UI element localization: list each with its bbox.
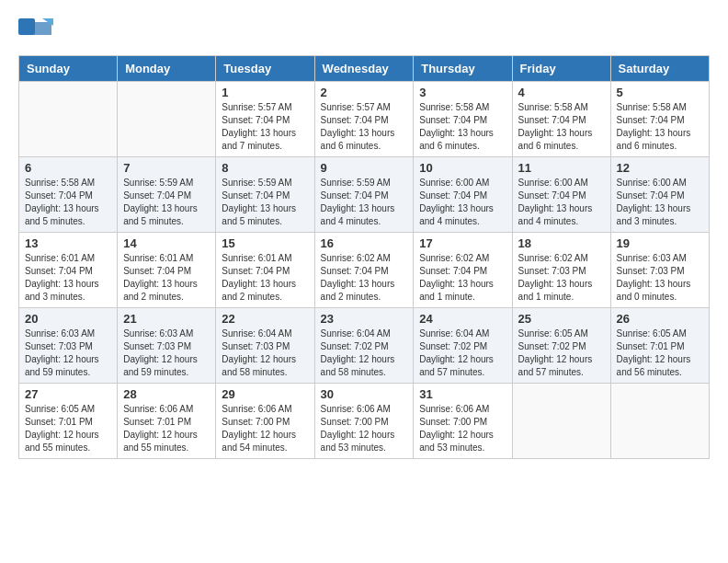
day-info: Sunrise: 5:58 AM Sunset: 7:04 PM Dayligh…: [617, 101, 703, 153]
calendar-cell: 7Sunrise: 5:59 AM Sunset: 7:04 PM Daylig…: [118, 157, 216, 233]
calendar-cell: 6Sunrise: 5:58 AM Sunset: 7:04 PM Daylig…: [19, 157, 118, 233]
day-number: 8: [222, 161, 308, 175]
calendar-cell: 4Sunrise: 5:58 AM Sunset: 7:04 PM Daylig…: [512, 82, 610, 157]
day-info: Sunrise: 6:01 AM Sunset: 7:04 PM Dayligh…: [222, 252, 308, 304]
calendar-cell: 8Sunrise: 5:59 AM Sunset: 7:04 PM Daylig…: [216, 157, 314, 233]
day-info: Sunrise: 6:06 AM Sunset: 7:00 PM Dayligh…: [321, 403, 408, 454]
day-info: Sunrise: 5:57 AM Sunset: 7:04 PM Dayligh…: [222, 101, 308, 153]
day-number: 27: [25, 387, 111, 401]
day-number: 19: [617, 236, 703, 250]
day-number: 24: [419, 312, 506, 326]
calendar-cell: [610, 384, 709, 459]
calendar-cell: 31Sunrise: 6:06 AM Sunset: 7:00 PM Dayli…: [414, 384, 512, 459]
calendar-cell: 26Sunrise: 6:05 AM Sunset: 7:01 PM Dayli…: [610, 308, 709, 384]
day-header-monday: Monday: [118, 56, 216, 82]
day-header-saturday: Saturday: [610, 56, 709, 82]
calendar-cell: 5Sunrise: 5:58 AM Sunset: 7:04 PM Daylig…: [610, 82, 709, 157]
day-header-sunday: Sunday: [19, 56, 118, 82]
day-header-wednesday: Wednesday: [314, 56, 414, 82]
day-info: Sunrise: 5:58 AM Sunset: 7:04 PM Dayligh…: [25, 177, 111, 228]
calendar-cell: 16Sunrise: 6:02 AM Sunset: 7:04 PM Dayli…: [314, 233, 414, 308]
day-header-thursday: Thursday: [414, 56, 512, 82]
calendar-cell: 23Sunrise: 6:04 AM Sunset: 7:02 PM Dayli…: [314, 308, 414, 384]
day-number: 4: [518, 86, 605, 99]
day-number: 28: [123, 387, 210, 401]
calendar-cell: [19, 82, 118, 157]
day-number: 23: [321, 312, 408, 326]
calendar-cell: 15Sunrise: 6:01 AM Sunset: 7:04 PM Dayli…: [216, 233, 314, 308]
day-info: Sunrise: 6:05 AM Sunset: 7:02 PM Dayligh…: [518, 327, 605, 379]
day-number: 20: [25, 312, 111, 326]
day-info: Sunrise: 6:04 AM Sunset: 7:02 PM Dayligh…: [419, 327, 506, 379]
calendar-cell: 25Sunrise: 6:05 AM Sunset: 7:02 PM Dayli…: [512, 308, 610, 384]
day-number: 1: [222, 86, 308, 99]
day-info: Sunrise: 6:02 AM Sunset: 7:04 PM Dayligh…: [321, 252, 408, 304]
day-header-tuesday: Tuesday: [216, 56, 314, 82]
day-info: Sunrise: 6:06 AM Sunset: 7:00 PM Dayligh…: [222, 403, 308, 454]
day-number: 21: [123, 312, 210, 326]
day-info: Sunrise: 5:58 AM Sunset: 7:04 PM Dayligh…: [419, 101, 506, 153]
calendar-cell: 1Sunrise: 5:57 AM Sunset: 7:04 PM Daylig…: [216, 82, 314, 157]
day-info: Sunrise: 6:02 AM Sunset: 7:03 PM Dayligh…: [518, 252, 605, 304]
calendar-cell: 19Sunrise: 6:03 AM Sunset: 7:03 PM Dayli…: [610, 233, 709, 308]
calendar-cell: 13Sunrise: 6:01 AM Sunset: 7:04 PM Dayli…: [19, 233, 118, 308]
day-number: 22: [222, 312, 308, 326]
calendar-table: SundayMondayTuesdayWednesdayThursdayFrid…: [18, 55, 710, 459]
logo: [18, 18, 57, 46]
calendar-cell: [512, 384, 610, 459]
calendar-cell: 14Sunrise: 6:01 AM Sunset: 7:04 PM Dayli…: [118, 233, 216, 308]
svg-rect-0: [18, 18, 35, 35]
day-number: 10: [419, 161, 506, 175]
day-info: Sunrise: 6:03 AM Sunset: 7:03 PM Dayligh…: [25, 327, 111, 379]
day-number: 25: [518, 312, 605, 326]
day-header-friday: Friday: [512, 56, 610, 82]
day-number: 15: [222, 236, 308, 250]
day-number: 14: [123, 236, 210, 250]
svg-marker-1: [33, 22, 51, 35]
calendar-cell: 3Sunrise: 5:58 AM Sunset: 7:04 PM Daylig…: [414, 82, 512, 157]
day-info: Sunrise: 6:04 AM Sunset: 7:03 PM Dayligh…: [222, 327, 308, 379]
day-info: Sunrise: 6:05 AM Sunset: 7:01 PM Dayligh…: [617, 327, 703, 379]
day-info: Sunrise: 6:01 AM Sunset: 7:04 PM Dayligh…: [25, 252, 111, 304]
day-info: Sunrise: 6:06 AM Sunset: 7:01 PM Dayligh…: [123, 403, 210, 454]
day-number: 5: [617, 86, 703, 99]
calendar-cell: 28Sunrise: 6:06 AM Sunset: 7:01 PM Dayli…: [118, 384, 216, 459]
calendar-cell: 29Sunrise: 6:06 AM Sunset: 7:00 PM Dayli…: [216, 384, 314, 459]
calendar-week-row: 27Sunrise: 6:05 AM Sunset: 7:01 PM Dayli…: [19, 384, 710, 459]
day-number: 13: [25, 236, 111, 250]
day-info: Sunrise: 6:05 AM Sunset: 7:01 PM Dayligh…: [25, 403, 111, 454]
calendar-cell: [118, 82, 216, 157]
day-number: 11: [518, 161, 605, 175]
calendar-cell: 24Sunrise: 6:04 AM Sunset: 7:02 PM Dayli…: [414, 308, 512, 384]
day-info: Sunrise: 6:02 AM Sunset: 7:04 PM Dayligh…: [419, 252, 506, 304]
page-header: [18, 18, 710, 46]
calendar-cell: 10Sunrise: 6:00 AM Sunset: 7:04 PM Dayli…: [414, 157, 512, 233]
calendar-week-row: 6Sunrise: 5:58 AM Sunset: 7:04 PM Daylig…: [19, 157, 710, 233]
day-info: Sunrise: 5:58 AM Sunset: 7:04 PM Dayligh…: [518, 101, 605, 153]
day-number: 9: [321, 161, 408, 175]
day-info: Sunrise: 5:59 AM Sunset: 7:04 PM Dayligh…: [222, 177, 308, 228]
calendar-cell: 21Sunrise: 6:03 AM Sunset: 7:03 PM Dayli…: [118, 308, 216, 384]
day-number: 7: [123, 161, 210, 175]
day-info: Sunrise: 6:04 AM Sunset: 7:02 PM Dayligh…: [321, 327, 408, 379]
calendar-cell: 17Sunrise: 6:02 AM Sunset: 7:04 PM Dayli…: [414, 233, 512, 308]
calendar-cell: 11Sunrise: 6:00 AM Sunset: 7:04 PM Dayli…: [512, 157, 610, 233]
day-info: Sunrise: 6:00 AM Sunset: 7:04 PM Dayligh…: [617, 177, 703, 228]
calendar-cell: 20Sunrise: 6:03 AM Sunset: 7:03 PM Dayli…: [19, 308, 118, 384]
calendar-cell: 9Sunrise: 5:59 AM Sunset: 7:04 PM Daylig…: [314, 157, 414, 233]
day-info: Sunrise: 5:59 AM Sunset: 7:04 PM Dayligh…: [321, 177, 408, 228]
calendar-cell: 30Sunrise: 6:06 AM Sunset: 7:00 PM Dayli…: [314, 384, 414, 459]
day-info: Sunrise: 6:00 AM Sunset: 7:04 PM Dayligh…: [419, 177, 506, 228]
day-info: Sunrise: 6:00 AM Sunset: 7:04 PM Dayligh…: [518, 177, 605, 228]
calendar-cell: 18Sunrise: 6:02 AM Sunset: 7:03 PM Dayli…: [512, 233, 610, 308]
day-number: 3: [419, 86, 506, 99]
day-number: 30: [321, 387, 408, 401]
day-number: 18: [518, 236, 605, 250]
calendar-cell: 2Sunrise: 5:57 AM Sunset: 7:04 PM Daylig…: [314, 82, 414, 157]
day-number: 29: [222, 387, 308, 401]
calendar-week-row: 1Sunrise: 5:57 AM Sunset: 7:04 PM Daylig…: [19, 82, 710, 157]
calendar-cell: 22Sunrise: 6:04 AM Sunset: 7:03 PM Dayli…: [216, 308, 314, 384]
day-info: Sunrise: 6:03 AM Sunset: 7:03 PM Dayligh…: [617, 252, 703, 304]
calendar-cell: 12Sunrise: 6:00 AM Sunset: 7:04 PM Dayli…: [610, 157, 709, 233]
day-number: 16: [321, 236, 408, 250]
